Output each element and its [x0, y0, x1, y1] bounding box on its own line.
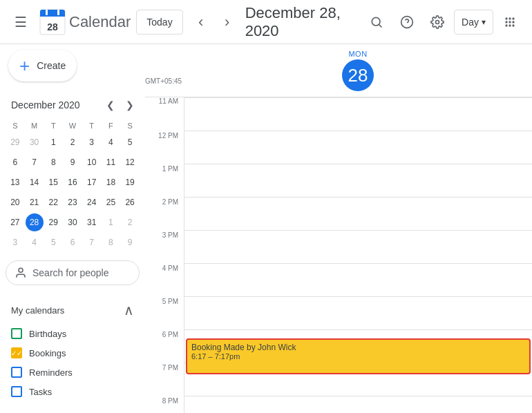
my-calendars-header[interactable]: My calendars ∧: [6, 296, 140, 324]
mini-day[interactable]: 16: [64, 173, 82, 191]
mini-day[interactable]: 5: [44, 233, 62, 251]
mini-day[interactable]: 21: [26, 193, 44, 211]
apps-icon: [503, 15, 517, 29]
mini-day[interactable]: 2: [64, 133, 82, 151]
mini-day[interactable]: 6: [6, 153, 24, 171]
prev-button[interactable]: ‹: [189, 10, 213, 35]
mini-cal-weeks: 29 30 1 2 3 4 5 6 7 8 9 10 11 12: [6, 133, 140, 252]
day-grid-column: Booking Made by John Wick 6:17 – 7:17pm: [184, 97, 532, 413]
create-button[interactable]: + Create: [8, 50, 77, 81]
menu-icon: ☰: [15, 14, 27, 30]
my-calendars-title: My calendars: [11, 305, 64, 316]
view-selector[interactable]: Day ▾: [454, 10, 493, 35]
mini-day[interactable]: 4: [102, 133, 120, 151]
mini-day[interactable]: 13: [6, 173, 24, 191]
help-button[interactable]: [393, 8, 421, 36]
time-label-8pm: 8 PM: [145, 396, 184, 413]
svg-point-10: [436, 20, 439, 23]
mini-day[interactable]: 19: [121, 173, 139, 191]
dow-m: M: [25, 120, 44, 131]
next-button[interactable]: ›: [215, 10, 240, 35]
hamburger-button[interactable]: ☰: [8, 10, 33, 35]
mini-day[interactable]: 1: [102, 213, 120, 231]
mini-day[interactable]: 30: [26, 133, 44, 151]
birthdays-checkbox[interactable]: [11, 328, 22, 339]
mini-day[interactable]: 26: [121, 193, 139, 211]
mini-day[interactable]: 9: [121, 233, 139, 251]
mini-day[interactable]: 23: [64, 193, 82, 211]
mini-day[interactable]: 10: [83, 153, 101, 171]
day-header: MON 28: [184, 50, 532, 97]
svg-point-16: [512, 21, 514, 23]
mini-day[interactable]: 8: [102, 233, 120, 251]
mini-day[interactable]: 7: [83, 233, 101, 251]
svg-point-20: [19, 268, 23, 272]
mini-cal-prev[interactable]: ❮: [101, 95, 120, 115]
time-grid: 11 AM 12 PM 1 PM 2 PM 3 PM 4 PM 5 PM 6 P…: [145, 97, 532, 413]
mini-week-5: 27 28 29 30 31 1 2: [6, 213, 140, 232]
bookings-checkbox[interactable]: ✓: [11, 347, 22, 358]
mini-day[interactable]: 22: [44, 193, 62, 211]
create-plus-icon: +: [19, 57, 30, 75]
view-label: Day: [462, 17, 479, 28]
calendar-item-birthdays[interactable]: Birthdays: [6, 324, 140, 343]
event-booking-john-wick[interactable]: Booking Made by John Wick 6:17 – 7:17pm: [186, 338, 531, 374]
grid-line-12pm: [184, 131, 532, 131]
search-people[interactable]: Search for people: [6, 260, 140, 285]
mini-day[interactable]: 24: [83, 193, 101, 211]
mini-day[interactable]: 12: [121, 153, 139, 171]
today-button[interactable]: Today: [136, 10, 182, 35]
calendar-item-bookings[interactable]: ✓ Bookings: [6, 343, 140, 363]
day-view-header: GMT+05:45 MON 28: [145, 44, 532, 97]
tasks-checkbox[interactable]: [11, 386, 22, 397]
mini-day[interactable]: 25: [102, 193, 120, 211]
mini-week-1: 29 30 1 2 3 4 5: [6, 133, 140, 152]
mini-day[interactable]: 18: [102, 173, 120, 191]
mini-week-2: 6 7 8 9 10 11 12: [6, 153, 140, 172]
calendar-item-tasks[interactable]: Tasks: [6, 382, 140, 401]
mini-cal-dow: S M T W T F S: [6, 120, 140, 131]
mini-day[interactable]: 2: [121, 213, 139, 231]
mini-day[interactable]: 29: [44, 213, 62, 231]
mini-day[interactable]: 15: [44, 173, 62, 191]
mini-day[interactable]: 6: [64, 233, 82, 251]
mini-day[interactable]: 3: [6, 233, 24, 251]
mini-day[interactable]: 14: [26, 173, 44, 191]
time-label-2pm: 2 PM: [145, 197, 184, 230]
mini-day[interactable]: 27: [6, 213, 24, 231]
mini-day[interactable]: 11: [102, 153, 120, 171]
dow-w: W: [63, 120, 82, 131]
timezone-label: GMT+05:45: [145, 50, 184, 85]
other-calendars-header[interactable]: Other calendars + ∧: [6, 407, 140, 413]
mini-day[interactable]: 30: [64, 213, 82, 231]
apps-button[interactable]: [496, 8, 524, 36]
mini-day[interactable]: 29: [6, 133, 24, 151]
mini-day-today[interactable]: 28: [26, 213, 44, 231]
sidebar: + Create December 2020 ❮ ❯ S M T W T F S: [0, 44, 145, 413]
grid-line-2pm: [184, 197, 532, 198]
mini-day[interactable]: 9: [64, 153, 82, 171]
time-label-7pm: 7 PM: [145, 363, 184, 396]
mini-day[interactable]: 7: [26, 153, 44, 171]
mini-day[interactable]: 31: [83, 213, 101, 231]
mini-day[interactable]: 3: [83, 133, 101, 151]
calendar-item-reminders[interactable]: Reminders: [6, 363, 140, 382]
svg-rect-5: [57, 10, 59, 15]
mini-day[interactable]: 5: [121, 133, 139, 151]
mini-cal-nav: ❮ ❯: [101, 95, 140, 115]
mini-day[interactable]: 20: [6, 193, 24, 211]
time-label-3pm: 3 PM: [145, 230, 184, 263]
mini-cal-next[interactable]: ❯: [120, 95, 140, 115]
search-icon: [370, 15, 383, 29]
header: ☰ 28 Calendar Today ‹ › December 28, 202…: [0, 0, 532, 44]
reminders-checkbox[interactable]: [11, 367, 22, 378]
settings-button[interactable]: [424, 8, 451, 36]
mini-day[interactable]: 8: [44, 153, 62, 171]
mini-day[interactable]: 1: [44, 133, 62, 151]
help-icon: [400, 15, 414, 29]
mini-day[interactable]: 17: [83, 173, 101, 191]
search-button[interactable]: [363, 8, 390, 36]
mini-day[interactable]: 4: [26, 233, 44, 251]
svg-point-18: [509, 24, 511, 26]
grid-line-5pm: [184, 296, 532, 297]
